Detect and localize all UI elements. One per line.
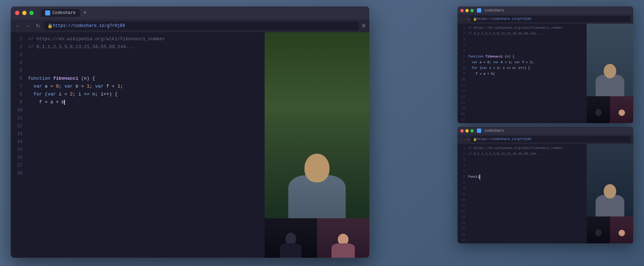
small-close-1[interactable]: [460, 9, 464, 12]
s2-line-16: 16: [458, 232, 587, 237]
sv1-person-head: [604, 64, 616, 78]
video-thumb-1: [265, 218, 317, 258]
code-line-18: 18: [11, 169, 265, 177]
back-button[interactable]: ←: [14, 22, 22, 29]
close-button[interactable]: [15, 11, 19, 15]
s2-line-1: 1// https://en.wikipedia.org/wiki/Fibona…: [458, 145, 587, 151]
small-code-editor-1[interactable]: 1// https://en.wikipedia.org/wiki/Fibona…: [458, 24, 587, 123]
st1a-head: [595, 109, 602, 116]
s1-line-16: 16: [458, 111, 587, 117]
main-video: [265, 32, 369, 218]
main-person-head: [304, 154, 330, 182]
small-close-2[interactable]: [460, 129, 464, 132]
main-browser-window: Codeshare + ← → ↻ 🔒 https://codeshare.io…: [11, 6, 369, 258]
desktop: Codeshare + ← → ↻ 🔒 https://codeshare.io…: [0, 0, 644, 266]
menu-button[interactable]: ≡: [362, 22, 366, 29]
s1-line-4: 4: [458, 42, 587, 48]
small-reload-1[interactable]: ↻: [468, 17, 470, 21]
s2-line-5: 5: [458, 168, 587, 174]
small-window-1: codeshare ← → ↻ 🔒 https://codeshare.io/g…: [458, 6, 633, 123]
code-line-5: 5: [11, 67, 265, 75]
main-nav-bar: ← → ↻ 🔒 https://codeshare.io/g?rHj89 ≡: [11, 19, 369, 32]
st2b-head: [619, 230, 625, 236]
s2-line-10: 10: [458, 197, 587, 203]
s1-line-8: 8 for (var i = 2; i <= n; i++) {: [458, 65, 587, 71]
small-content-1: 1// https://en.wikipedia.org/wiki/Fibona…: [458, 24, 633, 123]
s2-line-18: 18: [458, 243, 587, 243]
code-line-8: 8 for (var i = 2; i <= n; i++) {: [11, 90, 265, 98]
small-app-name-1: codeshare: [484, 9, 504, 13]
tab-favicon: [45, 10, 50, 15]
small-forward-2[interactable]: →: [464, 137, 466, 141]
code-line-9: 9 f = a + b: [11, 98, 265, 106]
small-back-1[interactable]: ←: [460, 17, 463, 21]
code-line-4: 4: [11, 59, 265, 67]
small-maximize-2[interactable]: [470, 129, 474, 132]
code-line-14: 14: [11, 138, 265, 146]
small-minimize-1[interactable]: [465, 9, 469, 12]
code-line-10: 10: [11, 106, 265, 114]
video-panel: [265, 32, 369, 258]
main-video-background: [265, 32, 369, 218]
code-line-2: 2 // 0,1,1,2,3,5,8,13,21,34,55,89,144...: [11, 43, 265, 51]
small-lock-1: 🔒: [473, 17, 477, 21]
small-titlebar-1: codeshare: [458, 6, 633, 14]
small-minimize-2[interactable]: [465, 129, 469, 132]
s2-line-4: 4: [458, 163, 587, 168]
small-thumb-1a: [587, 96, 610, 123]
active-tab[interactable]: Codeshare: [41, 9, 80, 17]
s1-line-10: 10: [458, 77, 587, 83]
s2-line-3: 3: [458, 157, 587, 163]
small-app-name-2: codeshare: [484, 129, 504, 133]
small-reload-2[interactable]: ↻: [468, 137, 470, 141]
reload-button[interactable]: ↻: [34, 22, 42, 29]
s1-line-17: 17: [458, 117, 587, 123]
s2-line-12: 12: [458, 209, 587, 214]
small-forward-1[interactable]: →: [464, 17, 466, 21]
small-thumb-2b: [610, 216, 633, 243]
s1-line-2: 2// 0,1,1,2,3,5,8,13,21,34,55,89,144...: [458, 31, 587, 37]
s2-line-6: 6functi: [458, 174, 587, 180]
main-titlebar: Codeshare +: [11, 6, 369, 19]
small-video-panel-1: [587, 24, 633, 123]
small-main-video-1: [587, 24, 633, 96]
small-url-2: https://codeshare.io/g?rHj89: [477, 137, 531, 141]
s1-line-14: 14: [458, 100, 587, 106]
small-back-2[interactable]: ←: [460, 137, 463, 141]
maximize-button[interactable]: [29, 11, 34, 15]
small-address-2[interactable]: 🔒 https://codeshare.io/g?rHj89: [471, 136, 630, 143]
address-bar[interactable]: 🔒 https://codeshare.io/g?rHj89: [44, 22, 359, 30]
small-code-editor-2[interactable]: 1// https://en.wikipedia.org/wiki/Fibona…: [458, 144, 587, 243]
small-address-1[interactable]: 🔒 https://codeshare.io/g?rHj89: [471, 16, 630, 22]
tab-label: Codeshare: [52, 10, 76, 15]
code-line-13: 13: [11, 130, 265, 138]
s1-line-1: 1// https://en.wikipedia.org/wiki/Fibona…: [458, 25, 587, 31]
s1-line-12: 12: [458, 88, 587, 94]
small-maximize-1[interactable]: [470, 9, 474, 12]
new-tab-button[interactable]: +: [81, 9, 89, 17]
thumbnail-videos: [265, 218, 369, 258]
forward-button[interactable]: →: [24, 22, 32, 29]
s1-line-13: 13: [458, 94, 587, 100]
code-editor[interactable]: 1 // https://en.wikipedia.org/wiki/Fibon…: [11, 32, 265, 258]
small-lock-2: 🔒: [473, 137, 477, 141]
thumb2-person-body: [332, 243, 355, 258]
sv2-person-head: [604, 184, 616, 199]
st1b-head: [619, 109, 625, 116]
url-text: https://codeshare.io/g?rHj89: [53, 23, 125, 28]
small-window-2: codeshare ← → ↻ 🔒 https://codeshare.io/g…: [458, 127, 633, 243]
s1-line-18: 18: [458, 123, 587, 123]
lock-icon: 🔒: [47, 23, 53, 29]
small-titlebar-2: codeshare: [458, 127, 633, 135]
small-video-panel-2: [587, 144, 633, 243]
minimize-button[interactable]: [22, 11, 27, 15]
s1-line-6: 6function fibonacci (n) {: [458, 54, 587, 60]
s2-line-8: 8: [458, 186, 587, 191]
s1-line-5: 5: [458, 48, 587, 54]
small-app-icon-1: [477, 8, 481, 13]
right-panel: codeshare ← → ↻ 🔒 https://codeshare.io/g…: [458, 6, 633, 243]
code-line-16: 16: [11, 154, 265, 162]
st2a-head: [595, 229, 602, 236]
small-content-2: 1// https://en.wikipedia.org/wiki/Fibona…: [458, 144, 633, 243]
s1-line-7: 7 var a = 0; var b = 1; var f = 1;: [458, 60, 587, 65]
